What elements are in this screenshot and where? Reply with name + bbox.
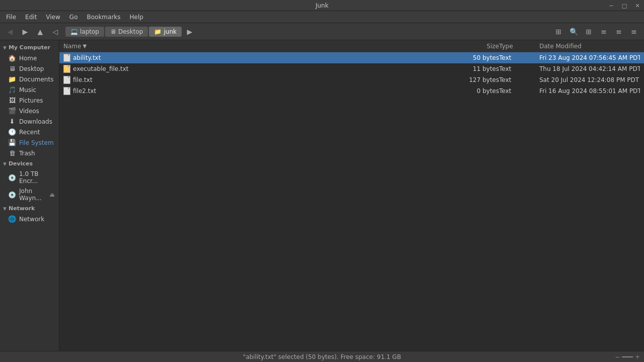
statusbar-right: − ━━━ + xyxy=(615,353,640,360)
statusbar-text: "ability.txt" selected (50 bytes). Free … xyxy=(243,353,401,360)
breadcrumb-junk-label: junk xyxy=(164,28,177,35)
file-row[interactable]: file2.txt0 bytesTextFri 16 Aug 2024 08:5… xyxy=(59,85,644,97)
file-date-cell: Thu 18 Jul 2024 04:42:14 AM PDT xyxy=(539,65,640,72)
file-size-cell: 127 bytes xyxy=(459,76,499,83)
view-list-button[interactable]: ≡ xyxy=(597,25,611,39)
trash-label: Trash xyxy=(19,150,35,157)
breadcrumb-laptop[interactable]: 💻 laptop xyxy=(65,27,104,37)
downloads-label: Downloads xyxy=(19,118,52,125)
sidebar-item-home[interactable]: 🏠 Home xyxy=(0,53,59,63)
my-computer-label: My Computer xyxy=(9,44,50,51)
file-type-icon xyxy=(63,87,70,95)
desktop-sidebar-icon: 🖥 xyxy=(8,65,16,72)
back-button[interactable]: ◀ xyxy=(3,25,17,39)
sort-button[interactable]: ≡ xyxy=(612,25,626,39)
music-icon: 🎵 xyxy=(8,86,16,94)
pictures-label: Pictures xyxy=(19,97,43,104)
header-name[interactable]: Name ▼ xyxy=(63,43,459,50)
trash-icon: 🗑 xyxy=(8,149,16,157)
file-row[interactable]: ability.txt50 bytesTextFri 23 Aug 2024 0… xyxy=(59,52,644,63)
sidebar-section-network[interactable]: ▼ Network xyxy=(0,203,59,214)
file-type-cell: Text xyxy=(499,76,539,83)
breadcrumb-desktop-label: Desktop xyxy=(118,28,143,35)
file-date-cell: Sat 20 Jul 2024 12:24:08 PM PDT xyxy=(539,76,640,83)
file-name-cell: executable_file.txt xyxy=(63,65,459,73)
sidebar-item-downloads[interactable]: ⬇ Downloads xyxy=(0,116,59,127)
zoom-slider[interactable]: ━━━ xyxy=(622,353,633,360)
music-label: Music xyxy=(19,86,36,94)
sidebar-item-music[interactable]: 🎵 Music xyxy=(0,84,59,95)
toolbar: ◀ ▶ ▲ ◁ 💻 laptop 🖥 Desktop 📁 junk ▶ ⊞ 🔍 … xyxy=(0,23,644,40)
sidebar-section-my-computer[interactable]: ▼ My Computer xyxy=(0,42,59,53)
file-row[interactable]: file.txt127 bytesTextSat 20 Jul 2024 12:… xyxy=(59,74,644,85)
pictures-icon: 🖼 xyxy=(8,97,16,104)
file-list: ability.txt50 bytesTextFri 23 Aug 2024 0… xyxy=(59,52,644,351)
file-type-cell: Text xyxy=(499,54,539,61)
home-label: Home xyxy=(19,55,37,62)
downloads-icon: ⬇ xyxy=(8,118,16,125)
sidebar-item-desktop[interactable]: 🖥 Desktop xyxy=(0,63,59,74)
file-size-cell: 11 bytes xyxy=(459,65,499,72)
search-button[interactable]: 🔍 xyxy=(567,25,581,39)
toolbar-right: ⊞ 🔍 ⊞ ≡ ≡ ≡ xyxy=(551,25,641,39)
file-name-cell: ability.txt xyxy=(63,54,459,62)
toggle-sidebar-button[interactable]: ◁ xyxy=(48,25,62,39)
maximize-button[interactable]: □ xyxy=(618,0,631,11)
zoom-out-icon[interactable]: − xyxy=(615,353,620,360)
file-type-cell: Text xyxy=(499,65,539,72)
filesystem-label: File System xyxy=(19,139,54,146)
sidebar-item-network[interactable]: 🌐 Network xyxy=(0,214,59,224)
menubar-item-go[interactable]: Go xyxy=(65,13,82,22)
view-grid-button[interactable]: ⊞ xyxy=(582,25,596,39)
header-type[interactable]: Type xyxy=(499,43,539,50)
zoom-in-icon[interactable]: + xyxy=(635,353,640,360)
sidebar-section-devices[interactable]: ▼ Devices xyxy=(0,158,59,169)
close-button[interactable]: ✕ xyxy=(631,0,644,11)
laptop-icon: 💻 xyxy=(70,28,78,35)
devices-label: Devices xyxy=(9,160,33,167)
documents-icon: 📁 xyxy=(8,75,16,83)
sidebar-item-documents[interactable]: 📁 Documents xyxy=(0,74,59,84)
new-tab-button[interactable]: ⊞ xyxy=(551,25,566,39)
menubar-item-file[interactable]: File xyxy=(2,13,20,22)
file-name-cell: file2.txt xyxy=(63,87,459,95)
sidebar-item-johnwayne[interactable]: 💿 John Wayn... ⏏ xyxy=(0,186,59,203)
menubar-item-edit[interactable]: Edit xyxy=(21,13,41,22)
file-name: ability.txt xyxy=(73,54,101,61)
breadcrumb-junk[interactable]: 📁 junk xyxy=(149,27,182,37)
sidebar-item-recent[interactable]: 🕐 Recent xyxy=(0,127,59,137)
recent-label: Recent xyxy=(19,129,40,136)
recent-icon: 🕐 xyxy=(8,128,16,136)
arrow-icon: ▼ xyxy=(3,161,7,166)
sidebar-item-1tb[interactable]: 💿 1.0 TB Encr... xyxy=(0,169,59,186)
network-section-label: Network xyxy=(9,205,35,212)
menubar-item-view[interactable]: View xyxy=(42,13,64,22)
minimize-button[interactable]: − xyxy=(605,0,618,11)
breadcrumb-laptop-label: laptop xyxy=(80,28,99,35)
breadcrumb-next-button[interactable]: ▶ xyxy=(183,25,197,39)
file-name: file2.txt xyxy=(73,87,96,95)
network-icon: 🌐 xyxy=(8,215,16,223)
videos-icon: 🎬 xyxy=(8,107,16,115)
header-size[interactable]: Size xyxy=(459,43,499,50)
documents-label: Documents xyxy=(19,76,53,83)
file-type-icon xyxy=(63,54,70,62)
more-options-button[interactable]: ≡ xyxy=(627,25,641,39)
file-row[interactable]: executable_file.txt11 bytesTextThu 18 Ju… xyxy=(59,63,644,74)
sidebar-item-trash[interactable]: 🗑 Trash xyxy=(0,148,59,158)
eject-icon[interactable]: ⏏ xyxy=(50,192,55,198)
up-button[interactable]: ▲ xyxy=(33,25,47,39)
menubar-item-help[interactable]: Help xyxy=(126,13,147,22)
sidebar-item-videos[interactable]: 🎬 Videos xyxy=(0,106,59,116)
breadcrumb-bar: 💻 laptop 🖥 Desktop 📁 junk ▶ xyxy=(65,25,548,39)
menubar-item-bookmarks[interactable]: Bookmarks xyxy=(83,13,124,22)
sidebar-item-pictures[interactable]: 🖼 Pictures xyxy=(0,95,59,106)
main-area: ▼ My Computer 🏠 Home 🖥 Desktop 📁 Documen… xyxy=(0,40,644,351)
forward-button[interactable]: ▶ xyxy=(18,25,32,39)
sidebar-item-filesystem[interactable]: 💾 File System xyxy=(0,137,59,148)
arrow-icon: ▼ xyxy=(3,206,7,211)
header-date-modified[interactable]: Date Modified xyxy=(539,43,640,50)
file-type-icon xyxy=(63,65,70,73)
breadcrumb-desktop[interactable]: 🖥 Desktop xyxy=(105,27,148,37)
file-name: file.txt xyxy=(73,76,93,83)
